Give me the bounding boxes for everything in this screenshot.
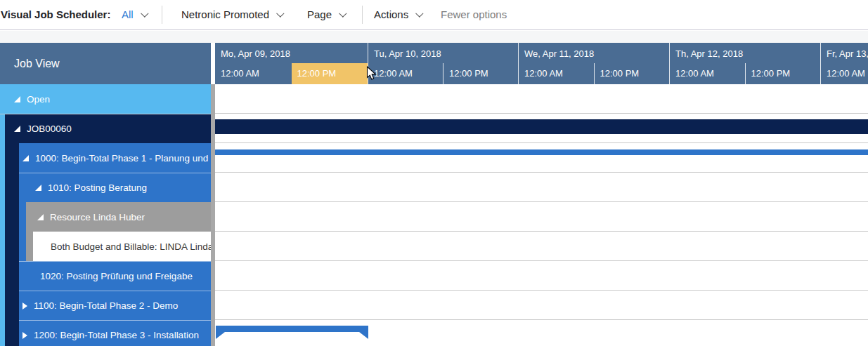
tree-row-1020[interactable]: 1020: Posting Prüfung und Freigabe — [0, 261, 211, 291]
toolbar-divider — [162, 6, 162, 24]
menu-actions[interactable]: Actions — [374, 0, 420, 29]
menu-page[interactable]: Page — [307, 0, 344, 29]
menu-all[interactable]: All — [122, 0, 145, 29]
day-label[interactable]: Tu, Apr 10, 2018 — [368, 43, 518, 63]
day-label[interactable]: Fr, Apr 13, 2018 — [821, 43, 868, 63]
tree-row-label: 1000: Begin-Total Phase 1 - Planung und — [35, 153, 208, 164]
tree-row-label: 1200: Begin-Total Phase 3 - Installation — [34, 330, 199, 340]
expand-collapse-icon[interactable] — [14, 96, 20, 102]
scheduler-panel: Job View Mo, Apr 09, 2018 12:00 AM 12:00… — [0, 43, 868, 346]
day-column-mon: Mo, Apr 09, 2018 12:00 AM 12:00 PM — [215, 43, 368, 84]
tree-row-1200[interactable]: 1200: Begin-Total Phase 3 - Installation — [0, 320, 211, 346]
day-label[interactable]: Th, Apr 12, 2018 — [670, 43, 820, 63]
day-column-thu: Th, Apr 12, 2018 12:00 AM 12:00 PM — [669, 43, 820, 84]
tree-row-1100[interactable]: 1100: Begin-Total Phase 2 - Demo — [0, 291, 211, 320]
day-column-tue: Tu, Apr 10, 2018 12:00 AM 12:00 PM — [368, 43, 518, 84]
chevron-down-icon — [141, 10, 148, 18]
hour-cell[interactable]: 12:00 PM — [594, 63, 670, 84]
chevron-down-icon — [415, 10, 423, 18]
tree-row-open[interactable]: Open — [0, 84, 211, 114]
expand-collapse-icon[interactable] — [22, 155, 29, 161]
day-column-wed: We, Apr 11, 2018 12:00 AM 12:00 PM — [518, 43, 669, 84]
tree-row-1000[interactable]: 1000: Begin-Total Phase 1 - Planung und — [0, 143, 211, 173]
expand-collapse-icon[interactable] — [37, 214, 44, 220]
hour-cell[interactable]: 12:00 AM — [215, 63, 292, 84]
job00060-summary-bar[interactable] — [215, 119, 868, 134]
tree-row-resource-linda-huber[interactable]: Resource Linda Huber — [0, 202, 211, 232]
job-view-title: Job View — [14, 58, 60, 69]
top-toolbar: Visual Job Scheduler: All Netronic Promo… — [0, 0, 868, 30]
tree-row-label: 1100: Begin-Total Phase 2 - Demo — [34, 300, 178, 311]
day-label[interactable]: Mo, Apr 09, 2018 — [215, 43, 368, 63]
tree-row-label: JOB00060 — [27, 124, 72, 134]
phase3-summary-bracket[interactable] — [216, 326, 368, 332]
gantt-rows-area — [215, 84, 868, 346]
day-label[interactable]: We, Apr 11, 2018 — [519, 43, 669, 63]
tree-row-1010[interactable]: 1010: Posting Beratung — [0, 173, 211, 202]
tree-row-label: 1010: Posting Beratung — [48, 182, 147, 193]
expand-collapse-icon[interactable] — [35, 185, 41, 191]
menu-fewer-options[interactable]: Fewer options — [441, 0, 507, 29]
chevron-down-icon — [339, 10, 346, 18]
tree-row-label: Open — [27, 94, 50, 105]
mouse-cursor — [366, 66, 377, 81]
hour-cell[interactable]: 12:00 AM — [519, 63, 594, 84]
expand-collapse-icon[interactable] — [22, 302, 27, 310]
hour-cell[interactable]: 12:00 AM — [368, 63, 443, 84]
job-view-header: Job View — [0, 43, 211, 84]
expand-collapse-icon[interactable] — [22, 332, 27, 339]
hour-cell[interactable]: 12:00 AM — [670, 63, 745, 84]
hour-cell[interactable]: 12:00 PM — [745, 63, 821, 84]
toolbar-spacer — [0, 31, 868, 43]
phase1-summary-bar[interactable] — [215, 149, 868, 155]
timeline-header: Mo, Apr 09, 2018 12:00 AM 12:00 PM Tu, A… — [215, 43, 868, 84]
day-column-fri: Fr, Apr 13, 2018 12:00 AM — [820, 43, 868, 84]
toolbar-divider — [362, 6, 363, 24]
chevron-down-icon — [276, 10, 284, 18]
tree-row-label: Resource Linda Huber — [50, 212, 145, 222]
highlighted-hour-cell[interactable]: 12:00 PM — [292, 63, 368, 84]
tree-row-label: Both Budget and Billable: LINDA Linda — [51, 241, 211, 252]
app-title: Visual Job Scheduler: — [1, 0, 110, 29]
tree-row-label: 1020: Posting Prüfung und Freigabe — [40, 271, 193, 281]
expand-collapse-icon[interactable] — [14, 126, 20, 132]
hour-cell[interactable]: 12:00 AM — [821, 63, 868, 84]
rows-area: Open JOB00060 1000: Begin-Total Phase 1 … — [0, 84, 868, 346]
tree-row-job00060[interactable]: JOB00060 — [0, 114, 211, 143]
menu-netronic-promoted[interactable]: Netronic Promoted — [181, 0, 281, 29]
hour-cell[interactable]: 12:00 PM — [443, 63, 518, 84]
tree-row-both-budget-billable[interactable]: Both Budget and Billable: LINDA Linda — [0, 232, 211, 261]
